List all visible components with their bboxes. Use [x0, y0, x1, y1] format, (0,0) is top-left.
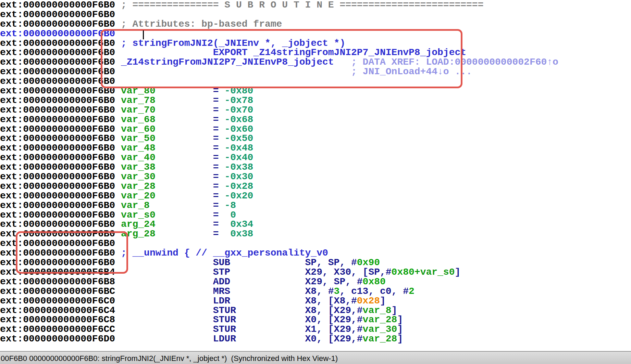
code-line[interactable]: .text:000000000000F6B0 arg_28 = 0x38	[0, 229, 558, 239]
code-line[interactable]: .text:000000000000F6B0 SUB SP, SP, #0x90	[0, 258, 558, 268]
code-line[interactable]: .text:000000000000F6B0 var_70 = -0x70	[0, 105, 558, 115]
code-line[interactable]: .text:000000000000F6B0	[0, 10, 558, 20]
address: .text:000000000000F6B0	[0, 124, 115, 134]
code-line[interactable]: .text:000000000000F6B0 var_60 = -0x60	[0, 125, 558, 134]
ida-disassembly-window: { "app": { "name_hint": "disassembly-vie…	[0, 0, 631, 364]
address: .text:000000000000F6B0	[0, 76, 115, 87]
address: .text:000000000000F6B0	[0, 248, 115, 258]
address: .text:000000000000F6B0	[0, 105, 115, 115]
code-line[interactable]: .text:000000000000F6CC STUR X1, [X29,#va…	[0, 325, 558, 334]
address: .text:000000000000F6B0	[0, 219, 115, 230]
code-line[interactable]: .text:000000000000F6B0 EXPORT _Z14string…	[0, 48, 558, 57]
code-line[interactable]: .text:000000000000F6B0 var_30 = -0x30	[0, 172, 558, 182]
code-line[interactable]: .text:000000000000F6B0 ; JNI_OnLoad+44↓o…	[0, 67, 558, 77]
text-cursor	[143, 30, 144, 39]
code-line[interactable]: .text:000000000000F6B0 ; stringFromJNI2(…	[0, 39, 558, 48]
code-line[interactable]: .text:000000000000F6D0 LDUR X0, [X29,#va…	[0, 334, 558, 344]
code-line[interactable]: .text:000000000000F6B0 var_28 = -0x28	[0, 182, 558, 191]
address: .text:000000000000F6B0	[0, 19, 115, 29]
address: .text:000000000000F6B0	[0, 210, 115, 220]
code-line[interactable]: .text:000000000000F6B4 STP X29, X30, [SP…	[0, 268, 558, 277]
code-line[interactable]: .text:000000000000F6B0	[0, 239, 558, 248]
code-line[interactable]: .text:000000000000F6B0 var_50 = -0x50	[0, 134, 558, 143]
code-line[interactable]: .text:000000000000F6B0 ; Attributes: bp-…	[0, 20, 558, 29]
code-line[interactable]: .text:000000000000F6C0 LDR X8, [X8,#0x28…	[0, 296, 558, 306]
code-line[interactable]: .text:000000000000F6B0 var_80 = -0x80	[0, 86, 558, 96]
current-address: .text:000000000000F6B0	[0, 28, 115, 39]
address: .text:000000000000F6B8	[0, 276, 115, 287]
code-line[interactable]: .text:000000000000F6B0 var_38 = -0x38	[0, 162, 558, 172]
disassembly-listing[interactable]: .text:000000000000F6B0 ; ===============…	[0, 0, 558, 344]
address: .text:000000000000F6B0	[0, 191, 115, 201]
code-line[interactable]: .text:000000000000F6B0 _Z14stringFromJNI…	[0, 57, 558, 67]
address: .text:000000000000F6B0	[0, 181, 115, 192]
code-line[interactable]: .text:000000000000F6B0	[0, 29, 558, 39]
code-line[interactable]: .text:000000000000F6B0 var_8 = -8	[0, 201, 558, 210]
address: .text:000000000000F6B0	[0, 152, 115, 163]
address: .text:000000000000F6B4	[0, 267, 115, 277]
code-line[interactable]: .text:000000000000F6B0 var_20 = -0x20	[0, 191, 558, 201]
code-line[interactable]: .text:000000000000F6BC MRS X8, #3, c13, …	[0, 287, 558, 296]
address: .text:000000000000F6C4	[0, 305, 115, 316]
address: .text:000000000000F6B0	[0, 238, 115, 249]
address: .text:000000000000F6B0	[0, 95, 115, 106]
address: .text:000000000000F6B0	[0, 162, 115, 172]
address: .text:000000000000F6B0	[0, 47, 115, 58]
status-bar-text: 00F6B0 000000000000F6B0: stringFromJNI2(…	[1, 354, 338, 363]
address: .text:000000000000F6B0	[0, 114, 115, 125]
address: .text:000000000000F6B0	[0, 38, 115, 49]
address: .text:000000000000F6B0	[0, 200, 115, 211]
address: .text:000000000000F6B0	[0, 86, 115, 96]
code-line[interactable]: .text:000000000000F6C8 STUR X0, [X29,#va…	[0, 315, 558, 325]
code-line[interactable]: .text:000000000000F6B0 var_s0 = 0	[0, 210, 558, 220]
address: .text:000000000000F6B0	[0, 257, 115, 268]
code-line[interactable]: .text:000000000000F6C4 STUR X8, [X29,#va…	[0, 306, 558, 315]
address: .text:000000000000F6BC	[0, 286, 115, 297]
address: .text:000000000000F6B0	[0, 171, 115, 182]
address: .text:000000000000F6B0	[0, 57, 115, 67]
code-line[interactable]: .text:000000000000F6B0 var_78 = -0x78	[0, 96, 558, 105]
code-line[interactable]: .text:000000000000F6B0 var_48 = -0x48	[0, 143, 558, 153]
address: .text:000000000000F6D0	[0, 334, 115, 344]
address: .text:000000000000F6B0	[0, 0, 115, 10]
address: .text:000000000000F6CC	[0, 324, 115, 335]
address: .text:000000000000F6B0	[0, 133, 115, 144]
code-line[interactable]: .text:000000000000F6B0 arg_24 = 0x34	[0, 220, 558, 229]
code-line[interactable]: .text:000000000000F6B8 ADD X29, SP, #0x8…	[0, 277, 558, 287]
address: .text:000000000000F6C0	[0, 296, 115, 306]
address: .text:000000000000F6B0	[0, 229, 115, 239]
status-bar: 00F6B0 000000000000F6B0: stringFromJNI2(…	[0, 351, 631, 364]
address: .text:000000000000F6B0	[0, 66, 115, 77]
code-line[interactable]: .text:000000000000F6B0	[0, 77, 558, 86]
code-line[interactable]: .text:000000000000F6B0 ; __unwind { // _…	[0, 248, 558, 258]
address: .text:000000000000F6B0	[0, 143, 115, 153]
code-line[interactable]: .text:000000000000F6B0 var_68 = -0x68	[0, 115, 558, 125]
code-line[interactable]: .text:000000000000F6B0 var_40 = -0x40	[0, 153, 558, 162]
code-line[interactable]: .text:000000000000F6B0 ; ===============…	[0, 0, 558, 10]
address: .text:000000000000F6B0	[0, 9, 115, 20]
address: .text:000000000000F6C8	[0, 314, 115, 325]
